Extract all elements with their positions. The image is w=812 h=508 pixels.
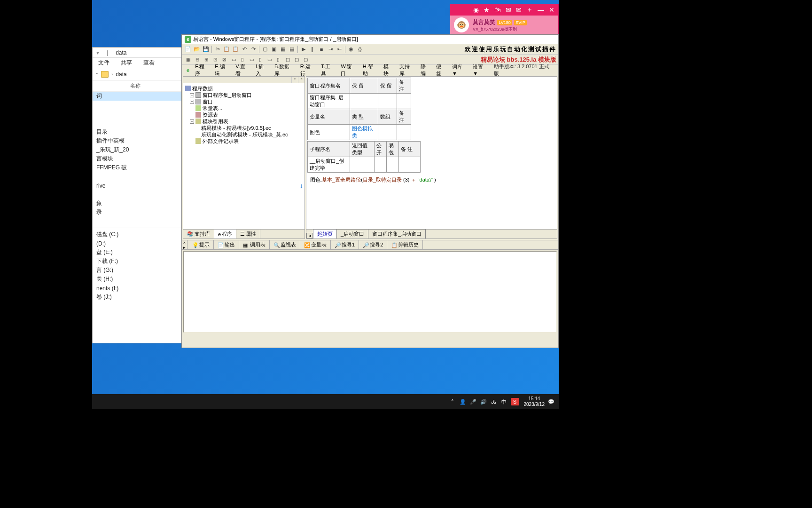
collapse-icon[interactable]: - <box>190 119 194 124</box>
menu-tool[interactable]: T.工具 <box>318 62 338 78</box>
grid-icon[interactable]: ▦ <box>184 56 192 64</box>
ribbon-share[interactable]: 共享 <box>115 59 138 67</box>
list-item[interactable]: FFMPEG 破 <box>96 164 127 172</box>
back-icon[interactable]: ↑ <box>95 71 98 78</box>
undo-icon[interactable]: ↶ <box>240 45 249 54</box>
save-icon[interactable]: 💾 <box>202 45 210 54</box>
tab-start[interactable]: 起始页 <box>313 229 337 238</box>
tray-ime-icon[interactable]: 中 <box>500 398 508 405</box>
tree-node[interactable]: 资源表 <box>203 111 218 119</box>
tree-node[interactable]: 常量表... <box>203 105 222 112</box>
title-bar[interactable]: e 易语言 - Windows窗口程序 - [程序集: 窗口程序集_启动窗口 /… <box>182 35 558 44</box>
minimize-icon[interactable]: — <box>538 6 544 14</box>
list-item[interactable]: 词 <box>96 92 102 100</box>
step-icon[interactable]: ⇥ <box>326 45 335 54</box>
cut-icon[interactable]: ✂ <box>213 45 222 54</box>
output-body[interactable] <box>183 251 557 333</box>
menu-setting[interactable]: 设置▼ <box>470 63 491 77</box>
tree-root[interactable]: 程序数据 <box>192 85 213 92</box>
ribbon-file[interactable]: 文件 <box>93 59 115 67</box>
list-item[interactable]: 象 <box>96 199 102 207</box>
tray-mic-icon[interactable]: 🎤 <box>469 398 477 405</box>
breadcrumb-segment[interactable]: data <box>116 71 126 78</box>
menu-view[interactable]: V.查看 <box>233 62 253 78</box>
tab-find2[interactable]: 🔎搜寻2 <box>359 240 387 249</box>
copy-icon[interactable]: 📋 <box>222 45 231 54</box>
tab-var[interactable]: 🔀变量表 <box>300 240 331 249</box>
list-item[interactable]: 言模块 <box>96 155 113 163</box>
tab-call[interactable]: ▦调用表 <box>239 240 270 249</box>
tray-net-icon[interactable]: 🖧 <box>490 398 498 405</box>
menu-support[interactable]: 支持库 <box>397 62 418 78</box>
redo-icon[interactable]: ↷ <box>249 45 258 54</box>
menu-db[interactable]: B.数据库 <box>272 62 297 78</box>
tree-leaf[interactable]: 乐玩自动化测试模块 - 乐玩模块_莫.ec <box>201 131 288 138</box>
menu-module[interactable]: 模块 <box>381 62 397 78</box>
stop-icon[interactable]: ■ <box>317 45 326 54</box>
menu-window[interactable]: W.窗口 <box>338 62 359 78</box>
tab-program[interactable]: e程序 <box>214 230 236 238</box>
shop-icon[interactable]: 🛍 <box>494 6 501 14</box>
menu-help[interactable]: H.帮助 <box>360 62 381 78</box>
mail-icon[interactable]: ✉ <box>506 6 511 14</box>
list-item[interactable]: _乐玩_新_20 <box>96 146 129 154</box>
tab-find1[interactable]: 🔎搜寻1 <box>331 240 359 249</box>
tree-node[interactable]: 窗口程序集_启动窗口 <box>203 92 252 99</box>
tree-node[interactable]: 窗口 <box>203 98 213 105</box>
layout2-icon[interactable]: ▦ <box>279 45 287 54</box>
break-icon[interactable]: ◉ <box>347 45 355 54</box>
tab-nav-left-icon[interactable]: ◂ <box>306 233 313 238</box>
clock[interactable]: 15:14 2023/9/12 <box>524 396 545 407</box>
project-tree[interactable]: 程序数据 -窗口程序集_启动窗口 +窗口 常量表... 资源表 -模块引用表 精… <box>183 83 304 229</box>
tree-node[interactable]: 外部文件记录表 <box>203 138 239 145</box>
panel-close-icon[interactable]: × <box>298 77 304 83</box>
star-icon[interactable]: ★ <box>484 6 490 14</box>
tray-chevron-icon[interactable]: ˄ <box>449 398 456 405</box>
tab-hint[interactable]: 💡提示 <box>188 240 214 249</box>
brace-icon[interactable]: {} <box>356 45 364 54</box>
tab-clip[interactable]: 📋剪辑历史 <box>387 240 423 249</box>
tray-people-icon[interactable]: 👤 <box>459 398 467 405</box>
step2-icon[interactable]: ⇤ <box>335 45 344 54</box>
rec-icon[interactable]: ◉ <box>473 6 479 14</box>
tab-support[interactable]: 📚支持库 <box>183 230 214 238</box>
open-icon[interactable]: 📂 <box>193 45 201 54</box>
list-item[interactable]: 录 <box>96 208 102 216</box>
list-item[interactable]: rive <box>96 183 105 189</box>
tree-leaf[interactable]: 精易模块 - 精易模块[v9.0.5].ec <box>201 125 271 132</box>
tab-watch[interactable]: 🔍监视表 <box>270 240 300 249</box>
list-item[interactable]: 目录 <box>96 128 108 136</box>
panel-dock-icon[interactable]: ▫ <box>291 77 298 83</box>
layout-icon[interactable]: ▣ <box>270 45 278 54</box>
tree-node[interactable]: 模块引用表 <box>203 118 228 125</box>
layout3-icon[interactable]: ▤ <box>288 45 296 54</box>
menu-insert[interactable]: I.插入 <box>253 62 272 78</box>
menu-quick[interactable]: 便签 <box>433 62 449 78</box>
code-area[interactable]: 图色.基本_置全局路径(目录_取特定目录 (3) ＋ "data\" ) ↓ <box>306 175 557 229</box>
plus-icon[interactable]: ＋ <box>526 6 533 14</box>
new-icon[interactable]: 📄 <box>184 45 192 54</box>
panel-close-icon[interactable]: ×▸ <box>182 240 187 249</box>
menu-run[interactable]: R.运行 <box>297 62 319 78</box>
msg-icon[interactable]: ✉ <box>516 6 522 14</box>
tray-sogou-icon[interactable]: S <box>511 398 519 405</box>
list-item[interactable]: 插件中英模 <box>96 137 125 145</box>
tab-output[interactable]: 📄输出 <box>214 240 239 249</box>
menu-edit[interactable]: E.编辑 <box>212 62 233 78</box>
close-icon[interactable]: ✕ <box>549 6 554 14</box>
paste-icon[interactable]: 📋 <box>231 45 240 54</box>
collapse-icon[interactable]: - <box>190 93 194 97</box>
tray-volume-icon[interactable]: 🔊 <box>480 398 487 405</box>
run-icon[interactable]: ▶ <box>299 45 308 54</box>
class-table[interactable]: 窗口程序集名保 留保 留备 注 窗口程序集_启动窗口 变量名类 型数组备 注 图… <box>307 78 411 140</box>
window-icon[interactable]: ▢ <box>261 45 269 54</box>
tab-properties[interactable]: ☰属性 <box>236 230 260 238</box>
tab-window[interactable]: _启动窗口 <box>336 229 368 238</box>
menu-quiet[interactable]: 静编 <box>418 62 434 78</box>
expand-icon[interactable]: + <box>190 100 194 104</box>
ribbon-view[interactable]: 查看 <box>138 59 160 67</box>
sub-table[interactable]: 子程序名返回值类型公开易包备 注 __启动窗口_创建完毕 <box>307 141 421 173</box>
pause-icon[interactable]: ‖ <box>308 45 317 54</box>
menu-dict[interactable]: 词库▼ <box>449 63 470 77</box>
avatar[interactable]: 🐵 <box>454 17 469 32</box>
